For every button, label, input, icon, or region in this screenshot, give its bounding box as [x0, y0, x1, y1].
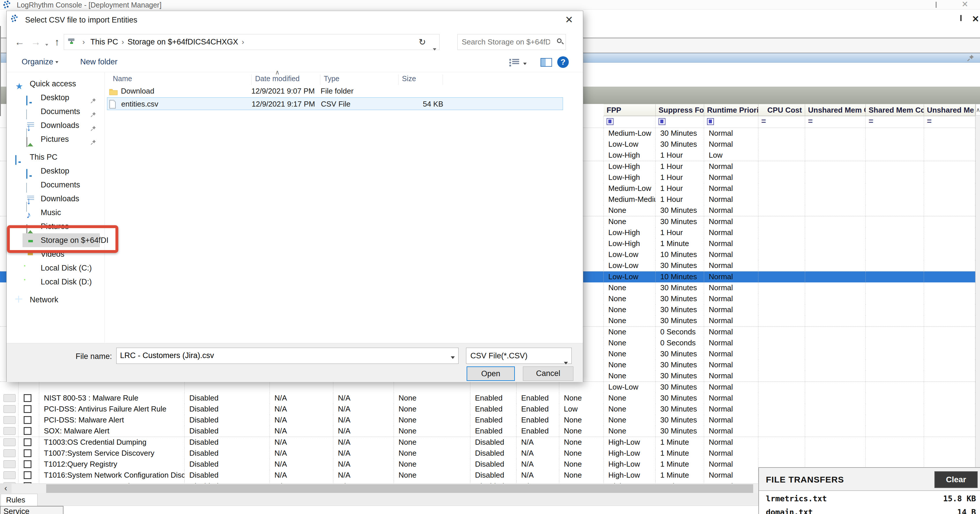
grid-filter-cell[interactable]	[704, 116, 758, 128]
grid-filter-cell[interactable]: =	[866, 116, 924, 128]
column-header-name[interactable]: Name	[113, 75, 251, 85]
sidebar-item-desktop[interactable]: Desktop	[6, 164, 105, 178]
row-checkbox[interactable]	[24, 438, 32, 446]
row-indicator[interactable]	[3, 460, 16, 468]
row-indicator[interactable]	[3, 416, 16, 424]
row-indicator[interactable]	[3, 471, 16, 479]
grid-filter-cell[interactable]: =	[924, 116, 975, 128]
table-row[interactable]: SOX: Malware AlertDisabledN/AN/ANoneEnab…	[0, 426, 975, 437]
cancel-button[interactable]: Cancel	[523, 366, 573, 381]
grid-column-header-unshared-me[interactable]: Unshared Me	[924, 104, 975, 116]
filter-button-icon[interactable]	[606, 118, 614, 125]
views-icon[interactable]	[509, 58, 519, 67]
table-row[interactable]: T1007:System Service DiscoveryDisabledN/…	[0, 448, 975, 459]
sidebar-item-downloads[interactable]: ↓Downloads	[6, 192, 105, 206]
scroll-left-icon[interactable]: ‹	[0, 484, 11, 493]
file-name-input[interactable]	[119, 349, 440, 362]
grid-filter-cell[interactable]	[604, 116, 655, 128]
sidebar-item-quick-access[interactable]: ★Quick access	[6, 77, 105, 91]
restore-button[interactable]	[935, 2, 937, 8]
file-name-combo[interactable]	[116, 348, 458, 364]
sidebar-item-pictures[interactable]: Pictures	[6, 132, 105, 146]
rule-value-cell: None	[559, 459, 604, 470]
forward-icon[interactable]: →	[31, 37, 41, 48]
table-row[interactable]: PCI-DSS: Malware AlertDisabledN/AN/ANone…	[0, 415, 975, 426]
close-button[interactable]: ✕	[961, 0, 968, 9]
mdi-close-button[interactable]: ✕	[972, 14, 979, 24]
table-row[interactable]: T1003:OS Credential DumpingDisabledN/AN/…	[0, 437, 975, 448]
tab-rules[interactable]: Rules	[1, 494, 38, 506]
back-icon[interactable]: ←	[15, 37, 24, 48]
row-indicator[interactable]	[3, 394, 16, 402]
grid-column-header-cpu-cost[interactable]: CPU Cost	[758, 104, 805, 116]
row-checkbox[interactable]	[24, 394, 32, 402]
table-row[interactable]: Low-Low30 MinutesNormal	[0, 382, 975, 393]
grid-column-header-runtime-priority[interactable]: Runtime Priority	[704, 104, 758, 116]
vertical-scrollbar[interactable]: ∧	[975, 104, 980, 484]
row-checkbox[interactable]	[24, 416, 32, 424]
dialog-close-icon[interactable]: ✕	[560, 14, 578, 26]
sidebar-item-local-disk-c-[interactable]: Local Disk (C:)	[6, 261, 105, 275]
views-dropdown-icon[interactable]	[523, 61, 527, 66]
equals-filter-icon[interactable]: =	[927, 117, 932, 126]
history-dropdown-icon[interactable]	[45, 42, 48, 47]
grid-column-header-shared-mem-cost[interactable]: Shared Mem Cost	[866, 104, 924, 116]
row-checkbox[interactable]	[24, 405, 32, 413]
grid-column-header-unshared-mem-cost[interactable]: Unshared Mem Cost	[805, 104, 866, 116]
address-bar[interactable]: › This PC›Storage on $+64fDICS4CHXGX› ↻	[64, 34, 439, 50]
grid-column-header-fpp[interactable]: FPP	[604, 104, 655, 116]
breadcrumb-segment[interactable]: Storage on $+64fDICS4CHXGX	[127, 38, 238, 46]
scroll-up-icon[interactable]: ∧	[976, 104, 980, 115]
table-row[interactable]: NIST 800-53 : Malware RuleDisabledN/AN/A…	[0, 393, 975, 404]
horizontal-scrollbar-thumb[interactable]	[46, 484, 753, 493]
grid-column-header-suppress-for[interactable]: Suppress For	[655, 104, 704, 116]
column-header-type[interactable]: Type	[324, 75, 399, 85]
row-indicator[interactable]	[3, 449, 16, 457]
row-indicator[interactable]	[3, 438, 16, 446]
new-folder-button[interactable]: New folder	[80, 57, 118, 66]
sidebar-item-this-pc[interactable]: This PC	[6, 150, 105, 164]
preview-pane-icon[interactable]	[541, 58, 552, 67]
breadcrumb-segment[interactable]: This PC	[90, 38, 118, 46]
filter-button-icon[interactable]	[659, 118, 665, 125]
search-input[interactable]	[461, 35, 550, 48]
organize-button[interactable]: Organize	[22, 57, 58, 66]
grid-filter-cell[interactable]	[655, 116, 704, 128]
row-checkbox[interactable]	[24, 471, 32, 479]
sidebar-item-documents[interactable]: Documents	[6, 178, 105, 192]
sidebar-item-network[interactable]: Network	[6, 293, 105, 306]
pin-icon[interactable]	[967, 54, 974, 62]
refresh-icon[interactable]: ↻	[419, 34, 426, 49]
open-button[interactable]: Open	[467, 366, 515, 381]
sidebar-item-music[interactable]: ♪Music	[6, 206, 105, 219]
row-checkbox[interactable]	[24, 427, 32, 435]
row-indicator[interactable]	[3, 405, 16, 413]
help-icon[interactable]: ?	[557, 56, 569, 68]
table-row[interactable]: PCI-DSS: Antivirus Failure Alert RuleDis…	[0, 404, 975, 415]
row-checkbox[interactable]	[24, 460, 32, 468]
mdi-restore-button[interactable]	[960, 16, 961, 21]
column-header-date-modified[interactable]: Date modified	[255, 75, 320, 85]
filter-button-icon[interactable]	[707, 118, 714, 125]
column-header-size[interactable]: Size	[402, 75, 443, 85]
service-requests-button[interactable]: Service Requests	[0, 506, 64, 514]
sidebar-item-downloads[interactable]: ↓Downloads	[6, 118, 105, 132]
file-row-entities-csv[interactable]: entities.csv12/9/2021 9:17 PMCSV File54 …	[107, 97, 563, 110]
search-box[interactable]	[457, 34, 566, 50]
file-row-download[interactable]: Download12/9/2021 9:07 PMFile folder	[107, 85, 563, 97]
equals-filter-icon[interactable]: =	[808, 117, 813, 126]
row-checkbox[interactable]	[24, 449, 32, 457]
equals-filter-icon[interactable]: =	[761, 117, 766, 126]
grid-filter-cell[interactable]: =	[758, 116, 805, 128]
breadcrumb[interactable]: This PC›Storage on $+64fDICS4CHXGX›	[90, 38, 248, 46]
sidebar-item-documents[interactable]: Documents	[6, 105, 105, 118]
sidebar-item-desktop[interactable]: Desktop	[6, 91, 105, 105]
chevron-down-icon[interactable]	[451, 355, 455, 360]
row-indicator[interactable]	[3, 427, 16, 435]
up-icon[interactable]: ↑	[54, 37, 59, 48]
grid-filter-cell[interactable]: =	[805, 116, 866, 128]
file-type-combo[interactable]: CSV File(*.CSV)	[466, 348, 572, 364]
clear-button[interactable]: Clear	[934, 471, 978, 488]
equals-filter-icon[interactable]: =	[869, 117, 873, 126]
sidebar-item-local-disk-d-[interactable]: Local Disk (D:)	[6, 275, 105, 289]
